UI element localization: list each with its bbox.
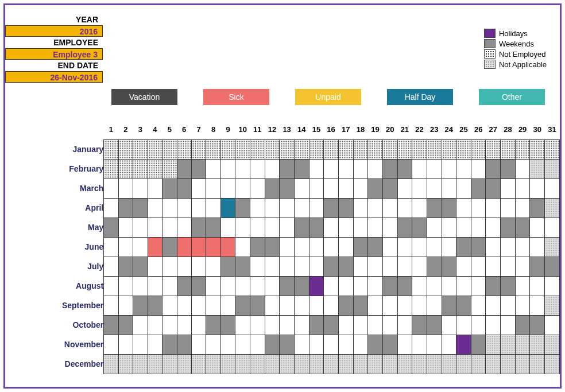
day-cell [294, 237, 309, 257]
day-cell [324, 218, 339, 237]
day-cell [104, 198, 118, 218]
month-label: July [57, 257, 104, 276]
day-cell [265, 139, 280, 159]
day-cell [265, 178, 280, 198]
day-cell [324, 276, 339, 296]
day-cell [250, 139, 265, 159]
day-cell [530, 178, 545, 198]
day-cell [427, 159, 442, 178]
day-header: 10 [235, 120, 250, 139]
day-cell [235, 159, 250, 178]
day-cell [162, 178, 177, 198]
day-cell [148, 354, 162, 374]
day-cell [427, 257, 442, 276]
day-cell [133, 257, 148, 276]
day-cell [545, 178, 560, 198]
day-cell [471, 218, 486, 237]
day-cell [294, 335, 309, 354]
day-cell [220, 335, 235, 354]
day-header: 8 [206, 120, 220, 139]
swatch-not-employed [484, 49, 496, 59]
day-cell [338, 139, 353, 159]
day-cell [118, 354, 133, 374]
day-header: 13 [280, 120, 295, 139]
day-cell [191, 296, 206, 315]
day-cell [368, 198, 383, 218]
day-cell [382, 335, 397, 354]
day-cell [338, 257, 353, 276]
day-cell [545, 296, 560, 315]
day-cell [309, 198, 324, 218]
enddate-value[interactable]: 26-Nov-2016 [5, 71, 103, 83]
day-cell [177, 198, 191, 218]
day-cell [412, 296, 427, 315]
day-cell [324, 296, 339, 315]
day-cell [501, 257, 516, 276]
day-cell [471, 139, 486, 159]
day-cell [353, 178, 368, 198]
day-cell [265, 237, 280, 257]
day-cell [191, 198, 206, 218]
day-cell [368, 178, 383, 198]
legend-holidays: Holidays [499, 29, 528, 38]
day-cell [191, 335, 206, 354]
day-cell [382, 159, 397, 178]
day-cell [412, 178, 427, 198]
employee-value[interactable]: Employee 3 [5, 48, 103, 60]
day-header: 15 [309, 120, 324, 139]
day-cell [382, 315, 397, 335]
day-cell [501, 335, 516, 354]
day-cell [456, 139, 471, 159]
day-cell [280, 276, 295, 296]
day-cell [545, 237, 560, 257]
day-cell [456, 315, 471, 335]
day-cell [250, 335, 265, 354]
day-cell [280, 178, 295, 198]
day-cell [133, 276, 148, 296]
day-cell [294, 159, 309, 178]
day-cell [368, 257, 383, 276]
type-halfday: Half Day [387, 89, 453, 105]
day-cell [280, 139, 295, 159]
day-cell [206, 315, 220, 335]
day-cell [235, 354, 250, 374]
day-cell [397, 178, 412, 198]
day-cell [104, 237, 118, 257]
day-cell [324, 257, 339, 276]
day-cell [427, 218, 442, 237]
day-cell [471, 315, 486, 335]
day-cell [353, 237, 368, 257]
year-value[interactable]: 2016 [5, 25, 103, 37]
day-header: 29 [515, 120, 530, 139]
day-cell [191, 218, 206, 237]
day-cell [397, 276, 412, 296]
day-cell [501, 315, 516, 335]
day-header: 28 [501, 120, 516, 139]
day-cell [148, 198, 162, 218]
day-cell [191, 237, 206, 257]
day-cell [118, 257, 133, 276]
day-cell [235, 237, 250, 257]
day-cell [530, 159, 545, 178]
day-cell [382, 218, 397, 237]
day-cell [412, 257, 427, 276]
day-cell [382, 354, 397, 374]
day-cell [250, 296, 265, 315]
day-header: 20 [382, 120, 397, 139]
day-cell [118, 276, 133, 296]
day-cell [324, 354, 339, 374]
day-cell [530, 296, 545, 315]
day-cell [220, 354, 235, 374]
day-cell [148, 315, 162, 335]
day-cell [206, 296, 220, 315]
day-cell [235, 139, 250, 159]
day-cell [280, 218, 295, 237]
month-label: June [57, 237, 104, 257]
day-cell [206, 218, 220, 237]
day-cell [427, 178, 442, 198]
day-header: 11 [250, 120, 265, 139]
day-cell [133, 218, 148, 237]
day-cell [442, 296, 456, 315]
day-cell [220, 139, 235, 159]
day-cell [294, 315, 309, 335]
